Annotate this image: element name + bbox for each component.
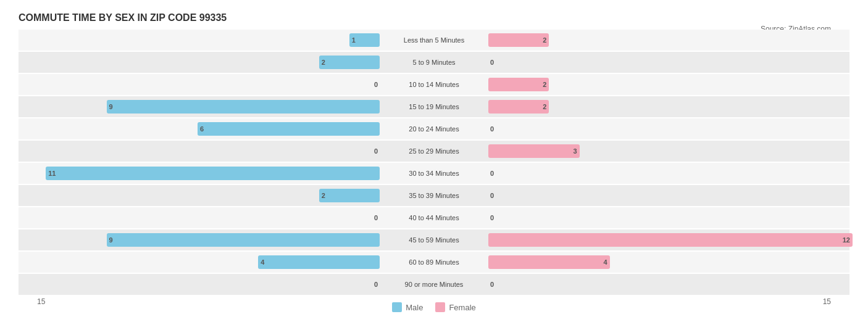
female-zero: 0 (490, 59, 494, 66)
female-section: 2 (485, 74, 849, 95)
chart-row: 945 to 59 Minutes12 (19, 229, 849, 250)
chart-row: 620 to 24 Minutes0 (19, 118, 849, 139)
female-value: 2 (543, 81, 549, 88)
female-zero: 0 (490, 192, 494, 199)
male-section: 0 (19, 274, 383, 295)
male-value: 11 (46, 170, 56, 177)
female-value: 12 (843, 236, 853, 244)
male-section: 4 (19, 252, 383, 273)
male-section: 6 (19, 118, 383, 139)
row-label: 5 to 9 Minutes (383, 59, 485, 66)
male-bar: 1 (349, 33, 380, 47)
male-bar: 2 (319, 189, 380, 202)
legend-female-label: Female (449, 303, 475, 312)
row-label: 15 to 19 Minutes (383, 103, 485, 110)
female-zero: 0 (490, 214, 494, 221)
male-bar: 9 (107, 100, 380, 114)
female-section: 0 (485, 52, 849, 73)
chart-row: 1130 to 34 Minutes0 (19, 163, 849, 184)
footer-left: 15 (37, 297, 45, 312)
chart-row: 090 or more Minutes0 (19, 274, 849, 295)
male-section: 2 (19, 52, 383, 73)
legend-female: Female (435, 302, 475, 312)
chart-container: 1Less than 5 Minutes225 to 9 Minutes0010… (19, 30, 849, 295)
male-value: 2 (319, 59, 325, 66)
female-zero: 0 (490, 125, 494, 133)
female-section: 12 (485, 229, 849, 250)
chart-row: 040 to 44 Minutes0 (19, 207, 849, 228)
row-label: 40 to 44 Minutes (383, 214, 485, 221)
male-value: 9 (107, 103, 113, 110)
female-value: 3 (573, 147, 579, 155)
male-value: 4 (258, 258, 264, 266)
row-label: 10 to 14 Minutes (383, 81, 485, 88)
chart-row: 025 to 29 Minutes3 (19, 141, 849, 162)
male-section: 1 (19, 30, 383, 51)
male-section: 2 (19, 185, 383, 206)
male-zero: 0 (374, 147, 378, 155)
legend-male-box (392, 302, 402, 312)
female-section: 0 (485, 185, 849, 206)
row-label: 20 to 24 Minutes (383, 125, 485, 133)
chart-row: 915 to 19 Minutes2 (19, 96, 849, 117)
chart-row: 25 to 9 Minutes0 (19, 52, 849, 73)
chart-row: 235 to 39 Minutes0 (19, 185, 849, 206)
chart-title: COMMUTE TIME BY SEX IN ZIP CODE 99335 (19, 12, 849, 23)
male-section: 9 (19, 229, 383, 250)
chart-row: 010 to 14 Minutes2 (19, 74, 849, 95)
female-bar: 4 (488, 255, 610, 269)
female-section: 2 (485, 96, 849, 117)
row-label: 30 to 34 Minutes (383, 170, 485, 177)
female-zero: 0 (490, 281, 494, 288)
legend: Male Female (392, 302, 476, 312)
female-bar: 12 (488, 233, 853, 247)
row-label: 45 to 59 Minutes (383, 236, 485, 244)
row-label: 25 to 29 Minutes (383, 147, 485, 155)
male-value: 9 (107, 236, 113, 244)
male-section: 11 (19, 163, 383, 184)
female-section: 0 (485, 118, 849, 139)
male-section: 9 (19, 96, 383, 117)
male-bar: 4 (258, 255, 380, 269)
male-zero: 0 (374, 281, 378, 288)
row-label: 60 to 89 Minutes (383, 258, 485, 266)
male-section: 0 (19, 141, 383, 162)
female-section: 2 (485, 30, 849, 51)
female-section: 0 (485, 163, 849, 184)
female-zero: 0 (490, 170, 494, 177)
legend-male-label: Male (406, 303, 423, 312)
female-bar: 2 (488, 33, 549, 47)
female-bar: 2 (488, 100, 549, 114)
female-value: 2 (543, 103, 549, 110)
male-section: 0 (19, 74, 383, 95)
male-value: 6 (198, 125, 204, 133)
chart-row: 460 to 89 Minutes4 (19, 252, 849, 273)
male-zero: 0 (374, 214, 378, 221)
male-bar: 2 (319, 56, 380, 69)
row-label: 35 to 39 Minutes (383, 192, 485, 199)
male-bar: 6 (198, 122, 380, 136)
male-bar: 11 (46, 167, 380, 180)
female-value: 4 (604, 258, 610, 266)
female-bar: 3 (488, 144, 580, 158)
female-value: 2 (543, 36, 549, 44)
female-section: 0 (485, 207, 849, 228)
male-section: 0 (19, 207, 383, 228)
female-section: 3 (485, 141, 849, 162)
female-bar: 2 (488, 78, 549, 91)
legend-male: Male (392, 302, 423, 312)
female-section: 0 (485, 274, 849, 295)
chart-row: 1Less than 5 Minutes2 (19, 30, 849, 51)
male-value: 2 (319, 192, 325, 199)
row-label: 90 or more Minutes (383, 281, 485, 288)
male-bar: 9 (107, 233, 380, 247)
male-zero: 0 (374, 81, 378, 88)
footer-row: 15 Male Female 15 (19, 297, 849, 312)
female-section: 4 (485, 252, 849, 273)
legend-female-box (435, 302, 445, 312)
footer-right: 15 (823, 297, 831, 312)
male-value: 1 (349, 36, 356, 44)
row-label: Less than 5 Minutes (383, 36, 485, 44)
